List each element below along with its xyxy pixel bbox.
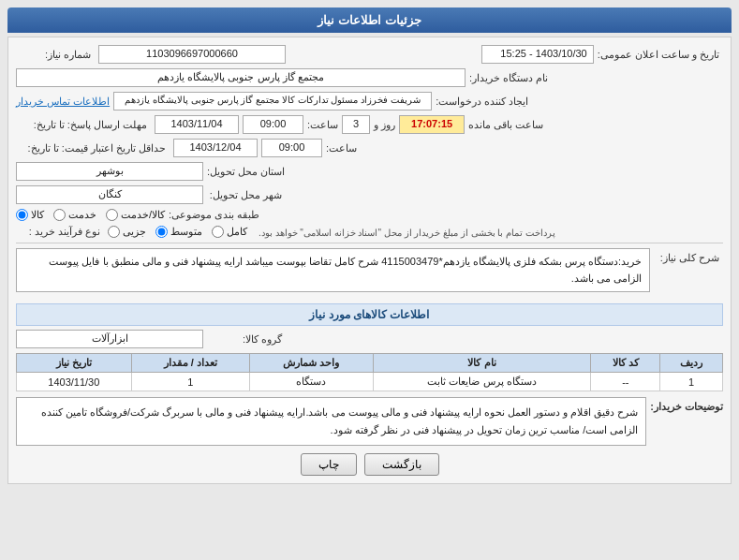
purchase-option-partial[interactable]: جزیی xyxy=(108,226,146,238)
col-header-row: ردیف xyxy=(660,354,723,373)
button-row: بازگشت چاپ xyxy=(16,453,723,476)
cell-unit: دستگاه xyxy=(250,373,374,391)
col-header-name: نام کالا xyxy=(373,354,591,373)
page-header: جزئیات اطلاعات نیاز xyxy=(7,7,732,33)
date-label: تاریخ و ساعت اعلان عمومی: xyxy=(598,49,719,61)
category-label: طبقه بندی موضوعی: xyxy=(169,209,259,221)
days-value: 3 xyxy=(342,115,370,134)
col-header-qty: تعداد / مقدار xyxy=(131,354,249,373)
requester-value: شریفت فخرزاد مسئول تدارکات کالا مجتمع گا… xyxy=(113,92,432,111)
cell-date: 1403/11/30 xyxy=(17,373,132,391)
need-desc-label: شرح کلی نیاز: xyxy=(654,248,719,264)
col-header-code: کد کالا xyxy=(591,354,660,373)
price-validity-label: حداقل تاریخ اعتبار قیمت: تا تاریخ: xyxy=(16,142,166,155)
goods-group-label: گروه کالا: xyxy=(207,333,282,346)
need-number-label: شماره نیاز: xyxy=(16,49,91,61)
category-radio-group: کالا/خدمت خدمت کالا xyxy=(16,209,165,221)
category-option-3[interactable]: کالا/خدمت xyxy=(106,209,165,221)
buyer-notes: شرح دقیق اقلام و دستور العمل نحوه ارایه … xyxy=(16,397,646,445)
print-button[interactable]: چاپ xyxy=(301,453,357,476)
cell-name: دستگاه پرس ضایعات ثابت xyxy=(373,373,591,391)
province-label: استان محل تحویل: xyxy=(207,166,285,178)
remaining-value: 17:07:15 xyxy=(399,115,465,134)
page-title: جزئیات اطلاعات نیاز xyxy=(318,13,421,27)
need-number-value: 1103096697000660 xyxy=(98,45,286,64)
requester-label: ایجاد کننده درخواست: xyxy=(436,96,528,108)
buyer-name-label: نام دستگاه خریدار: xyxy=(469,72,548,84)
goods-section-title: اطلاعات کالاهای مورد نیاز xyxy=(16,303,723,326)
purchase-radio-group: کامل متوسط جزیی xyxy=(108,226,247,238)
category-option-1[interactable]: کالا xyxy=(16,209,44,221)
cell-code: -- xyxy=(591,373,660,391)
reply-time-value: 09:00 xyxy=(243,115,303,134)
col-header-date: تاریخ نیاز xyxy=(17,354,132,373)
contact-link[interactable]: اطلاعات تماس خریدار xyxy=(16,96,110,108)
buyer-notes-label: توضیحات خریدار: xyxy=(650,397,723,413)
date-value: 1403/10/30 - 15:25 xyxy=(481,45,594,64)
col-header-unit: واحد شمارش xyxy=(250,354,374,373)
reply-time-label: ساعت: xyxy=(307,119,338,131)
remaining-label: ساعت باقی مانده xyxy=(468,119,543,131)
category-option-2[interactable]: خدمت xyxy=(53,209,96,221)
days-label: روز و xyxy=(374,119,395,131)
cell-qty: 1 xyxy=(131,373,249,391)
reply-date-value: 1403/11/04 xyxy=(155,115,239,134)
province-value: بوشهر xyxy=(16,162,203,181)
buyer-name-value: مجتمع گاز پارس جنوبی پالایشگاه یازدهم xyxy=(16,68,466,87)
cell-row: 1 xyxy=(660,373,723,391)
need-description: خرید:دستگاه پرس بشکه فلزی پالایشگاه یازد… xyxy=(16,248,650,292)
price-time-label: ساعت: xyxy=(326,142,357,155)
purchase-note: پرداخت تمام با بخشی از مبلغ خریدار از مح… xyxy=(259,226,723,238)
city-label: شهر محل تحویل: xyxy=(207,189,282,201)
back-button[interactable]: بازگشت xyxy=(364,453,439,476)
goods-group-value: ابزارآلات xyxy=(16,330,203,348)
purchase-option-medium[interactable]: متوسط xyxy=(155,226,202,238)
goods-table: ردیف کد کالا نام کالا واحد شمارش تعداد /… xyxy=(16,353,723,391)
reply-deadline-label: مهلت ارسال پاسخ: تا تاریخ: xyxy=(16,119,147,131)
purchase-type-label: نوع فرآیند خرید : xyxy=(16,226,100,238)
table-row: 1 -- دستگاه پرس ضایعات ثابت دستگاه 1 140… xyxy=(17,373,723,391)
price-date-value: 1403/12/04 xyxy=(173,139,258,157)
purchase-option-full[interactable]: کامل xyxy=(212,226,247,238)
price-time-value: 09:00 xyxy=(261,139,322,157)
city-value: کنگان xyxy=(16,185,203,204)
